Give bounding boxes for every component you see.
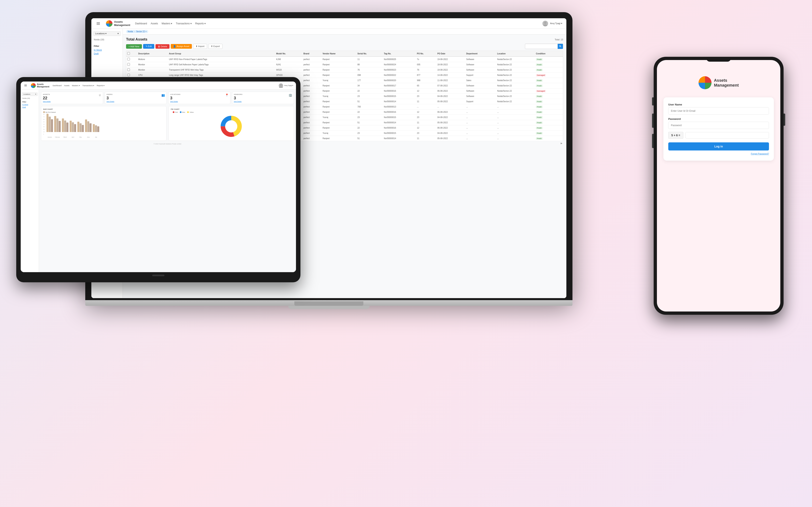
nav-masters[interactable]: Masters ▾ xyxy=(162,22,172,25)
tablet-location-dropdown[interactable]: Locations▾ xyxy=(22,93,38,96)
table-cell: Fresh xyxy=(535,78,563,83)
laptop-nav-right: Anuj Tyagi ▾ xyxy=(543,21,562,26)
login-button[interactable]: Log in xyxy=(668,143,769,151)
table-cell: perfect xyxy=(302,136,321,141)
row-checkbox-input[interactable] xyxy=(127,58,130,60)
mobile-vol-up-button[interactable] xyxy=(652,114,654,128)
stat-users-link[interactable]: View Details xyxy=(107,101,114,102)
mobile-mute-button[interactable] xyxy=(652,97,654,105)
export-button[interactable]: ⬆ Export xyxy=(208,44,222,49)
edit-button[interactable]: ✎ Edit xyxy=(143,44,154,49)
table-cell: Ranjeet xyxy=(321,57,356,62)
row-checkbox-input[interactable] xyxy=(127,68,130,71)
breadcrumb-tag[interactable]: Noida → Sector 22 × xyxy=(126,30,148,33)
captcha-input[interactable] xyxy=(685,132,769,138)
table-cell: 11 xyxy=(416,136,437,141)
table-cell: UHF RFID Non-Printed Paper Labels/Tags xyxy=(168,57,275,62)
mobile-notch xyxy=(706,57,731,62)
filter-in-stock[interactable]: In Stock xyxy=(91,48,122,52)
select-all-checkbox[interactable] xyxy=(127,52,130,55)
table-cell: 988 xyxy=(416,78,437,83)
table-cell: 19-08-2022 xyxy=(437,67,465,73)
table-cell: Yuvraj xyxy=(321,78,356,83)
row-checkbox-input[interactable] xyxy=(127,74,130,76)
menu-icon[interactable] xyxy=(95,21,101,26)
nav-reports[interactable]: Reports ▾ xyxy=(195,22,206,25)
stat-locations-link[interactable]: View Details xyxy=(170,101,181,102)
tablet-sidebar-noida[interactable]: Noida (18) xyxy=(21,97,39,100)
tablet-nav-transactions[interactable]: Transactions ▾ xyxy=(83,84,94,87)
bar-segment xyxy=(74,124,76,132)
mobile-vol-down-button[interactable] xyxy=(652,134,654,148)
mobile-logo-text: Assets Management xyxy=(714,78,739,88)
tablet-nav-assets[interactable]: Assets xyxy=(64,84,69,87)
bar-segment xyxy=(90,123,92,132)
stat-vendors: VENDORS 3 View Details 🏢 xyxy=(232,92,294,104)
col-serial: Serial No. xyxy=(356,51,383,57)
stat-vendors-link[interactable]: View Details xyxy=(234,101,243,102)
forgot-password-link[interactable]: Forgot Password? xyxy=(668,153,769,155)
table-cell: Fresh xyxy=(535,110,563,115)
table-cell: 11-08-2022 xyxy=(437,78,465,83)
password-input[interactable] xyxy=(668,122,769,129)
nav-dashboard[interactable]: Dashboard xyxy=(135,22,147,25)
table-cell: 22 xyxy=(356,110,383,115)
sidebar-noida[interactable]: Noida (18) xyxy=(91,38,122,42)
row-checkbox[interactable] xyxy=(126,57,138,62)
bar-segment xyxy=(64,120,66,132)
table-cell: No/00000022 xyxy=(383,73,416,78)
mobile-power-button[interactable] xyxy=(783,114,785,126)
table-cell: No/00000023 xyxy=(383,67,416,73)
tablet-nav-reports[interactable]: Reports ▾ xyxy=(97,84,105,87)
tablet-filter-in-stock[interactable]: In Stock xyxy=(21,103,39,106)
assign-asset-button[interactable]: 👤 Assign Asset xyxy=(171,44,192,49)
table-cell: ... xyxy=(437,104,465,110)
search-button[interactable] xyxy=(558,44,563,49)
tablet-nav-dashboard[interactable]: Dashboard xyxy=(53,84,61,87)
nav-transactions[interactable]: Transactions ▾ xyxy=(176,22,192,25)
table-cell: Transparent UHF RFID Wet Inlay Tags xyxy=(168,67,275,73)
mobile-device: Assets Management User Name Password 5 +… xyxy=(654,57,783,315)
stat-assets-link[interactable]: View Details xyxy=(43,101,51,102)
svg-rect-0 xyxy=(97,22,100,23)
table-cell: 05-08-2022 xyxy=(437,120,465,125)
table-cell: perfect xyxy=(302,57,321,62)
tablet-home-button[interactable] xyxy=(152,275,164,276)
table-cell: 11 xyxy=(356,57,383,62)
table-cell: No/00000015 xyxy=(383,115,416,120)
row-checkbox-input[interactable] xyxy=(127,63,130,66)
table-row: MonitorUHF RFID Self Adhesive Paper Labe… xyxy=(126,62,563,67)
filter-draft[interactable]: Draft xyxy=(91,52,122,55)
nav-assets[interactable]: Assets xyxy=(151,22,158,25)
row-checkbox[interactable] xyxy=(126,62,138,67)
table-cell: 877 xyxy=(416,73,437,78)
total-badge: Total: 13 xyxy=(555,38,563,41)
sidebar-filter-label: Filter xyxy=(91,43,122,48)
import-button[interactable]: ⬇ Import xyxy=(193,44,207,49)
table-cell: No/00000016 xyxy=(383,89,416,94)
table-cell: 04-08-2022 xyxy=(437,94,465,99)
table-cell: No/00000024 xyxy=(383,62,416,67)
user-name[interactable]: Anuj Tyagi ▾ xyxy=(550,22,562,25)
table-cell: No/00000014 xyxy=(383,120,416,125)
table-cell: perfect xyxy=(302,115,321,120)
table-cell: Noida/Sector-22 xyxy=(496,62,535,67)
delete-button[interactable]: 🗑 Delete xyxy=(155,44,170,49)
search-input[interactable] xyxy=(525,44,558,49)
pie-legend-blue: Blue xyxy=(180,111,185,113)
tablet-nav-masters[interactable]: Masters ▾ xyxy=(72,84,80,87)
table-cell: NJ41 xyxy=(275,62,302,67)
table-cell: ... xyxy=(496,110,535,115)
bar-segment xyxy=(59,121,61,132)
username-input[interactable] xyxy=(668,107,769,115)
pie-legend-blue-dot xyxy=(180,111,182,113)
table-cell: No/00000017 xyxy=(383,83,416,89)
table-cell: UHF RFID Self Adhesive Paper Labels/Tags xyxy=(168,62,275,67)
table-cell: Software xyxy=(465,67,496,73)
logo-text: Assets Management xyxy=(114,20,130,26)
add-new-button[interactable]: + Add New xyxy=(126,44,142,49)
tablet-filter-draft[interactable]: Draft xyxy=(21,106,39,109)
tablet-menu-icon[interactable] xyxy=(23,83,28,88)
row-checkbox[interactable] xyxy=(126,67,138,73)
location-dropdown[interactable]: Locations ▾ ▾ xyxy=(93,31,120,36)
